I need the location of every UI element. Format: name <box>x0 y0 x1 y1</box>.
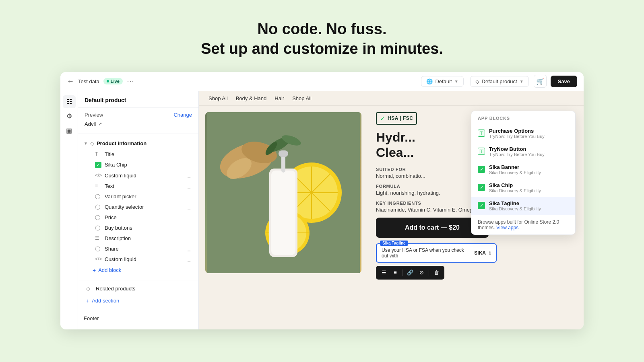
advil-row: Advil ➚ <box>78 120 198 131</box>
circle-icon: ◯ <box>95 246 101 251</box>
app-block-item[interactable]: T Purchase Options TryNow: Try Before Yo… <box>471 124 575 142</box>
list-item[interactable]: </> Custom liquid ⎯ <box>84 171 196 181</box>
app-block-item[interactable]: ✓ Sika Chip Sika Discovery & Eligibility <box>471 179 575 197</box>
sidebar-icon-settings[interactable]: ⚙ <box>63 110 76 123</box>
code-icon: </> <box>95 173 101 178</box>
top-bar-left: ← Test data Live ⋯ <box>67 77 416 86</box>
action-icon[interactable]: ⎯ <box>188 204 190 210</box>
list-item[interactable]: ◯ Quantity selector ⎯ <box>84 202 196 212</box>
toolbar-divider <box>402 269 403 276</box>
list-item[interactable]: </> Custom liquid ⎯ <box>84 254 196 264</box>
nav-item-shop-all-2[interactable]: Shop All <box>292 95 312 101</box>
product-image-area <box>199 106 368 327</box>
list-item[interactable]: T Title <box>84 149 196 159</box>
chevron-down-icon: ▼ <box>454 79 458 84</box>
section-chevron-icon: ▼ <box>84 141 88 146</box>
related-products-item[interactable]: ◇ Related products <box>78 283 198 294</box>
preview-product-name: Advil <box>85 121 96 127</box>
app-window: ← Test data Live ⋯ 🌐 Default ▼ ◇ Default… <box>60 72 584 329</box>
add-block-label: Add block <box>98 267 121 273</box>
diamond-icon: ◇ <box>86 286 93 292</box>
action-icon[interactable]: ⎯ <box>188 173 190 178</box>
view-apps-link[interactable]: View apps <box>496 225 518 230</box>
app-block-item[interactable]: T TryNow Button TryNow: Try Before You B… <box>471 142 575 160</box>
toolbar-link-button[interactable]: 🔗 <box>405 268 415 278</box>
action-icon[interactable]: ⎯ <box>188 183 190 189</box>
item-label: Price <box>105 214 190 220</box>
top-bar-center: 🌐 Default ▼ ◇ Default product ▼ <box>421 76 528 87</box>
toolbar-align-center-button[interactable]: ≡ <box>390 268 400 278</box>
toolbar-delete-button[interactable]: 🗑 <box>431 268 441 278</box>
back-icon[interactable]: ← <box>67 77 74 86</box>
cart-icon-button[interactable]: 🛒 <box>534 75 547 88</box>
related-products-label: Related products <box>96 286 193 292</box>
app-block-name: Sika Banner <box>489 164 569 170</box>
svg-rect-17 <box>279 150 288 157</box>
check-icon: ✓ <box>478 202 485 209</box>
check-icon: ✓ <box>478 184 485 191</box>
sika-logo: SIKA <box>474 250 486 256</box>
item-label: Quantity selector <box>105 204 184 210</box>
toolbar-align-left-button[interactable]: ☰ <box>379 268 389 278</box>
product-select-button[interactable]: ◇ Default product ▼ <box>470 76 529 87</box>
theme-select-button[interactable]: 🌐 Default ▼ <box>421 76 463 87</box>
top-bar: ← Test data Live ⋯ 🌐 Default ▼ ◇ Default… <box>60 72 584 91</box>
tagline-toolbar: ☰ ≡ 🔗 ⊘ 🗑 <box>376 266 444 280</box>
nav-item-body-hand[interactable]: Body & Hand <box>236 95 267 101</box>
item-label: Custom liquid <box>105 256 184 262</box>
add-section-row[interactable]: + Add section <box>78 294 198 307</box>
app-block-source: TryNow: Try Before You Buy <box>489 134 569 139</box>
item-label: Description <box>105 235 190 241</box>
list-item[interactable]: ◯ Share ⎯ <box>84 244 196 254</box>
app-blocks-panel: APP BLOCKS T Purchase Options TryNow: Tr… <box>471 111 576 235</box>
footer-item[interactable]: Footer <box>78 313 198 324</box>
app-block-name: TryNow Button <box>489 146 569 152</box>
action-icon[interactable]: ⎯ <box>188 256 190 262</box>
sidebar-panel: Default product Preview Change Advil ➚ ▼… <box>78 91 199 329</box>
item-label: Sika Chip <box>105 162 190 168</box>
section-name-label: Product information <box>97 140 147 146</box>
add-section-label: Add section <box>92 298 119 304</box>
item-label: Share <box>105 246 184 252</box>
app-block-name: Purchase Options <box>489 128 569 134</box>
list-item[interactable]: ✓ Sika Chip <box>84 160 196 170</box>
app-block-source: Sika Discovery & Eligibility <box>489 170 569 175</box>
top-bar-right: 🛒 Save <box>534 75 577 88</box>
app-block-info: Sika Banner Sika Discovery & Eligibility <box>489 164 569 175</box>
app-block-item-highlighted[interactable]: ✓ Sika Tagline Sika Discovery & Eligibil… <box>471 197 575 215</box>
tag-icon: ◇ <box>475 78 479 84</box>
item-label: Buy buttons <box>105 225 190 231</box>
add-block-row[interactable]: + Add block <box>81 265 198 276</box>
trynow-icon: T <box>478 130 485 137</box>
item-label: Text <box>105 183 184 189</box>
text-icon: T <box>95 151 101 157</box>
nav-item-shop-all[interactable]: Shop All <box>208 95 228 101</box>
sidebar-icon-sections[interactable]: ☷ <box>63 95 76 108</box>
list-item[interactable]: ◯ Price <box>84 212 196 222</box>
product-information-header[interactable]: ▼ ◇ Product information <box>78 138 198 149</box>
nav-item-hair[interactable]: Hair <box>275 95 284 101</box>
app-block-source: Sika Discovery & Eligibility <box>489 206 569 211</box>
hero-line1: No code. No fuss. <box>258 21 387 37</box>
app-block-item[interactable]: ✓ Sika Banner Sika Discovery & Eligibili… <box>471 160 575 179</box>
list-item[interactable]: ◯ Variant picker <box>84 191 196 202</box>
hsa-text: HSA | FSC <box>388 115 413 121</box>
sidebar-icons: ☷ ⚙ ▣ <box>60 91 78 329</box>
list-item[interactable]: ☰ Description <box>84 233 196 243</box>
more-options-button[interactable]: ⋯ <box>127 77 134 86</box>
list-item[interactable]: ◯ Buy buttons <box>84 223 196 233</box>
toolbar-divider <box>429 269 429 276</box>
action-icon[interactable]: ⎯ <box>188 246 190 251</box>
list-item[interactable]: ≡ Text ⎯ <box>84 181 196 191</box>
sidebar-icon-apps[interactable]: ▣ <box>63 124 76 137</box>
app-block-info: Purchase Options TryNow: Try Before You … <box>489 128 569 139</box>
preview-label: Preview <box>85 112 103 118</box>
product-information-section: ▼ ◇ Product information T Title ✓ Sika C… <box>78 136 198 278</box>
main-area: ☷ ⚙ ▣ Default product Preview Change Adv… <box>60 91 584 329</box>
change-button[interactable]: Change <box>173 112 192 118</box>
external-link-icon[interactable]: ➚ <box>98 121 102 127</box>
trynow-icon: T <box>478 148 485 155</box>
hero-section: No code. No fuss. Set up and customize i… <box>0 0 644 72</box>
save-button[interactable]: Save <box>551 76 577 87</box>
toolbar-remove-link-button[interactable]: ⊘ <box>417 268 426 278</box>
